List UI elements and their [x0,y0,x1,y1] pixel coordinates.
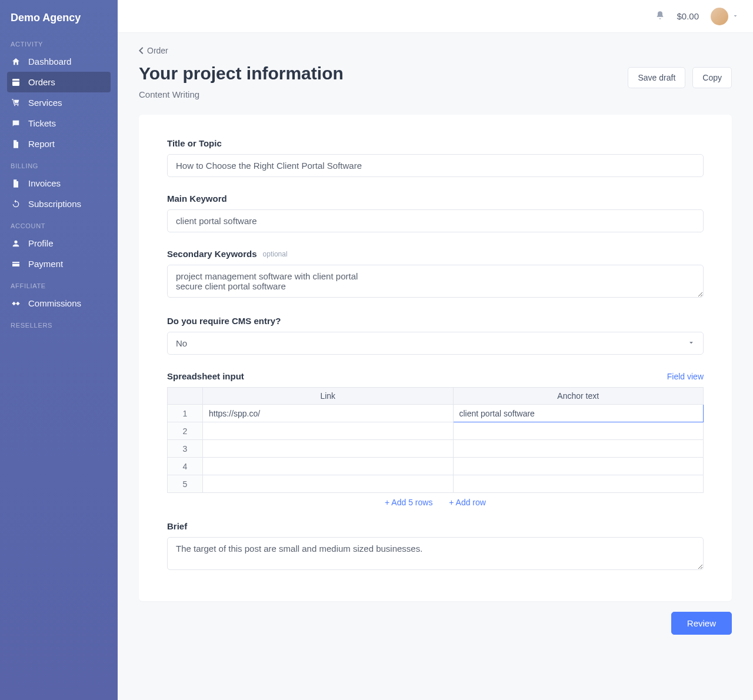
cell-anchor-input[interactable] [454,458,704,475]
field-view-link[interactable]: Field view [667,372,704,381]
optional-tag: optional [263,250,288,258]
table-row: 2 [168,422,704,440]
page-subtitle: Content Writing [139,89,344,99]
sidebar-section-title: AFFILIATE [0,274,118,293]
table-row: 5 [168,475,704,493]
form-card: Title or Topic Main Keyword Secondary Ke… [139,115,732,601]
cell-link-input[interactable] [203,422,453,439]
balance-text: $0.00 [677,11,699,21]
cell-link-input[interactable] [203,458,453,475]
sidebar-item-invoices[interactable]: Invoices [0,173,118,194]
sidebar-item-orders[interactable]: Orders [7,72,111,92]
spreadsheet-table: Link Anchor text 12345 [167,387,704,493]
refresh-icon [11,199,21,209]
cell-link-input[interactable] [203,475,453,492]
cell-anchor[interactable] [453,458,704,475]
sidebar-item-label: Profile [28,238,54,248]
cell-link[interactable] [203,405,454,422]
sidebar-section-title: ACCOUNT [0,214,118,233]
sidebar-item-label: Subscriptions [28,199,81,209]
cell-anchor-input[interactable] [454,475,704,492]
save-draft-button[interactable]: Save draft [628,67,685,88]
file-icon [11,179,21,188]
sidebar-item-profile[interactable]: Profile [0,233,118,254]
chat-icon [11,119,21,128]
sidebar-section-title: ACTIVITY [0,32,118,51]
cell-anchor[interactable] [453,422,704,440]
cms-label: Do you require CMS entry? [167,316,704,326]
cell-link[interactable] [203,458,454,475]
dashboard-icon [11,78,21,87]
sidebar-section-title: BILLING [0,154,118,173]
cell-anchor[interactable] [453,440,704,458]
sidebar-item-payment[interactable]: Payment [0,254,118,274]
sidebar-section-title: RESELLERS [0,314,118,332]
cell-link-input[interactable] [203,440,453,457]
row-number: 2 [168,422,203,440]
col-rownum [168,388,203,405]
cell-anchor-input[interactable] [454,422,704,439]
user-icon [11,239,21,248]
brief-label: Brief [167,521,704,531]
secondary-keywords-input[interactable] [167,265,704,298]
sidebar-item-label: Invoices [28,178,61,188]
cell-link-input[interactable] [203,405,453,422]
cms-select[interactable]: No [167,332,704,355]
review-button[interactable]: Review [671,612,732,635]
file-icon [11,139,21,149]
breadcrumb-back[interactable]: Order [139,46,732,55]
sidebar-item-report[interactable]: Report [0,134,118,154]
table-row: 1 [168,405,704,422]
add-row-link[interactable]: + Add row [449,498,486,507]
breadcrumb-label: Order [147,46,168,55]
user-menu[interactable] [711,8,739,25]
sidebar-item-label: Dashboard [28,56,71,66]
cell-anchor[interactable] [453,405,704,422]
handshake-icon [11,299,21,308]
sidebar-item-label: Report [28,139,55,149]
row-number: 4 [168,458,203,475]
sidebar-item-services[interactable]: Services [0,92,118,113]
title-label: Title or Topic [167,138,704,148]
keyword-label: Main Keyword [167,194,704,204]
cell-anchor[interactable] [453,475,704,493]
cell-anchor-input[interactable] [454,440,704,457]
sidebar-item-subscriptions[interactable]: Subscriptions [0,194,118,214]
cell-link[interactable] [203,475,454,493]
page-title: Your project information [139,64,344,84]
sidebar-item-label: Commissions [28,298,81,308]
col-anchor: Anchor text [453,388,704,405]
bell-icon[interactable] [655,11,665,22]
sidebar-item-label: Orders [28,77,55,87]
chevron-down-icon [732,12,739,21]
brief-input[interactable] [167,537,704,570]
sidebar-item-dashboard[interactable]: Dashboard [0,51,118,72]
sidebar-item-label: Tickets [28,118,56,128]
table-row: 4 [168,458,704,475]
sidebar-item-commissions[interactable]: Commissions [0,293,118,314]
col-link: Link [203,388,454,405]
card-icon [11,259,21,269]
sidebar-item-label: Services [28,98,62,108]
avatar [711,8,728,25]
copy-button[interactable]: Copy [692,67,732,88]
topbar: $0.00 [118,0,753,33]
row-number: 1 [168,405,203,422]
row-number: 3 [168,440,203,458]
home-icon [11,57,21,66]
spreadsheet-label: Spreadsheet input [167,371,244,381]
cell-link[interactable] [203,440,454,458]
cell-anchor-input[interactable] [454,405,704,422]
brand-title: Demo Agency [0,12,118,32]
cart-icon [11,98,21,108]
table-row: 3 [168,440,704,458]
sidebar-item-label: Payment [28,259,63,269]
sidebar: Demo Agency ACTIVITYDashboardOrdersServi… [0,0,118,700]
cell-link[interactable] [203,422,454,440]
sidebar-item-tickets[interactable]: Tickets [0,113,118,134]
keyword-input[interactable] [167,209,704,232]
add-5-rows-link[interactable]: + Add 5 rows [385,498,432,507]
title-input[interactable] [167,154,704,177]
secondary-label: Secondary Keywords [167,249,257,259]
row-number: 5 [168,475,203,493]
